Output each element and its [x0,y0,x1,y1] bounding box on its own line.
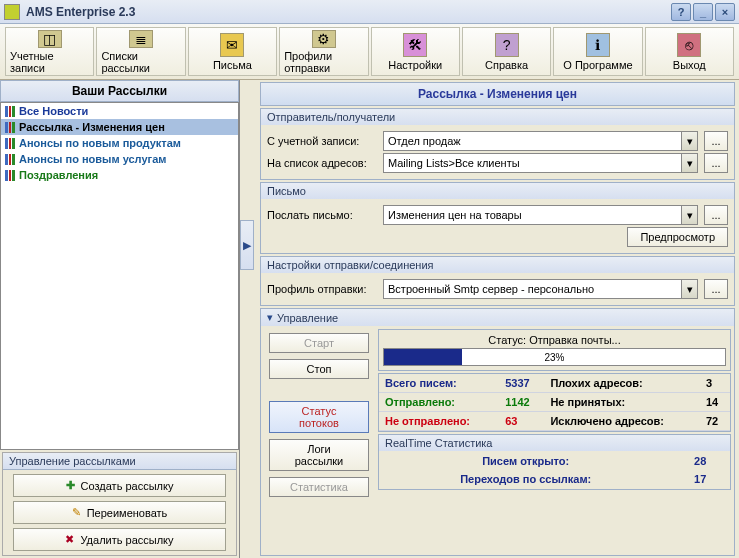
thread-status-button[interactable]: Статус потоков [269,401,369,433]
bullet-icon [5,154,15,165]
bullet-icon [5,106,15,117]
manage-caption: ▾Управление [261,309,734,326]
letter-caption: Письмо [261,183,734,199]
list-browse-button[interactable]: ... [704,153,728,173]
plus-icon: ✚ [66,479,75,492]
list-select[interactable]: Mailing Lists>Все клиенты▾ [383,153,698,173]
title-bar: AMS Enterprise 2.3 ? _ × [0,0,739,24]
tree-item[interactable]: Анонсы по новым услугам [1,151,238,167]
sender-caption: Отправитель/получатели [261,109,734,125]
main-toolbar: ◫Учетные записи ≣Списки рассылки ✉Письма… [0,24,739,80]
profile-browse-button[interactable]: ... [704,279,728,299]
letters-icon: ✉ [220,33,244,57]
send-label: Послать письмо: [267,209,377,221]
bullet-icon [5,122,15,133]
toolbar-accounts[interactable]: ◫Учетные записи [5,27,94,76]
bullet-icon [5,170,15,181]
list-label: На список адресов: [267,157,377,169]
sidebar-title: Ваши Рассылки [0,80,239,102]
collapse-sidebar-button[interactable]: ▶ [240,220,254,270]
settings-icon: 🛠 [403,33,427,57]
account-browse-button[interactable]: ... [704,131,728,151]
realtime-stats: RealTime Статистика Писем открыто:28 Пер… [378,434,731,490]
tree-item[interactable]: Анонсы по новым продуктам [1,135,238,151]
status-text: Статус: Отправка почты... [383,334,726,346]
rt-caption: RealTime Статистика [379,435,730,451]
create-mailing-button[interactable]: ✚Создать рассылку [13,474,226,497]
management-caption: Управление рассылками [3,453,236,470]
profile-caption: Настройки отправки/соединения [261,257,734,273]
account-label: С учетной записи: [267,135,377,147]
tree-item-selected[interactable]: Рассылка - Изменения цен [1,119,238,135]
exit-icon: ⎋ [677,33,701,57]
profile-label: Профиль отправки: [267,283,377,295]
stop-button[interactable]: Стоп [269,359,369,379]
rename-mailing-button[interactable]: ✎Переименовать [13,501,226,524]
chevron-down-icon[interactable]: ▾ [681,280,697,298]
toolbar-help[interactable]: ?Справка [462,27,551,76]
stats-button[interactable]: Статистика [269,477,369,497]
toolbar-exit[interactable]: ⎋Выход [645,27,734,76]
window-title: AMS Enterprise 2.3 [26,5,669,19]
logs-button[interactable]: Логи рассылки [269,439,369,471]
help-icon: ? [495,33,519,57]
accounts-icon: ◫ [38,30,62,48]
profile-group: Настройки отправки/соединения Профиль от… [260,256,735,306]
chevron-down-icon[interactable]: ▾ [681,206,697,224]
edit-icon: ✎ [72,506,81,519]
profile-select[interactable]: Встроенный Smtp сервер - персонально▾ [383,279,698,299]
profiles-icon: ⚙ [312,30,336,48]
letter-select[interactable]: Изменения цен на товары▾ [383,205,698,225]
minimize-button[interactable]: _ [693,3,713,21]
management-panel: Управление рассылками ✚Создать рассылку … [2,452,237,556]
toolbar-about[interactable]: ℹО Программе [553,27,642,76]
toolbar-settings[interactable]: 🛠Настройки [371,27,460,76]
preview-button[interactable]: Предпросмотр [627,227,728,247]
bullet-icon [5,138,15,149]
about-icon: ℹ [586,33,610,57]
stats-table: Всего писем:5337Плохих адресов:3 Отправл… [378,373,731,432]
toolbar-letters[interactable]: ✉Письма [188,27,277,76]
close-button[interactable]: × [715,3,735,21]
status-box: Статус: Отправка почты... 23% [378,329,731,371]
app-logo-icon [4,4,20,20]
tree-item[interactable]: Поздравления [1,167,238,183]
toolbar-profiles[interactable]: ⚙Профили отправки [279,27,368,76]
tree-item-all[interactable]: Все Новости [1,103,238,119]
progress-text: 23% [384,349,725,365]
start-button[interactable]: Старт [269,333,369,353]
delete-mailing-button[interactable]: ✖Удалить рассылку [13,528,226,551]
letter-browse-button[interactable]: ... [704,205,728,225]
help-button[interactable]: ? [671,3,691,21]
page-title: Рассылка - Изменения цен [260,82,735,106]
chevron-down-icon[interactable]: ▾ [267,311,273,324]
sender-group: Отправитель/получатели С учетной записи:… [260,108,735,180]
lists-icon: ≣ [129,30,153,48]
mailing-tree[interactable]: Все Новости Рассылка - Изменения цен Ано… [0,102,239,450]
chevron-down-icon[interactable]: ▾ [681,154,697,172]
toolbar-lists[interactable]: ≣Списки рассылки [96,27,185,76]
progress-bar: 23% [383,348,726,366]
account-select[interactable]: Отдел продаж▾ [383,131,698,151]
chevron-down-icon[interactable]: ▾ [681,132,697,150]
delete-icon: ✖ [65,533,74,546]
letter-group: Письмо Послать письмо: Изменения цен на … [260,182,735,254]
manage-group: ▾Управление Старт Стоп Статус потоков Ло… [260,308,735,556]
